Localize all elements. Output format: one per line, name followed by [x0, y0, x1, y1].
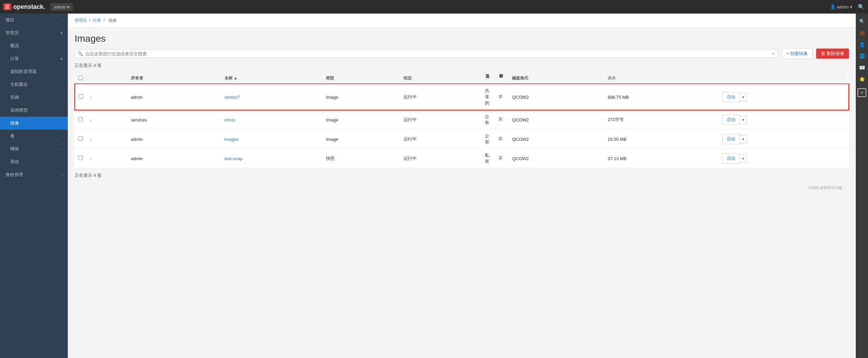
breadcrumb-compute[interactable]: 计算 [93, 18, 101, 23]
sidebar-item-instance-types[interactable]: 实例类型 [0, 104, 68, 117]
table-row: › admin test-snap 快照 运行中 私有 不 QCOW2 37.1… [75, 149, 849, 168]
row-size-0: 898.75 MB [604, 84, 719, 110]
row-status-0: 运行中 [400, 84, 481, 110]
chevron-down-icon-compute: ▾ [61, 57, 62, 61]
row-action-1[interactable]: 启动 ▾ [719, 110, 849, 130]
row-owner-2: admin [127, 130, 221, 149]
chevron-right-icon-identity: › [61, 173, 62, 177]
row-select-checkbox-3[interactable] [78, 156, 83, 160]
expand-icon-2[interactable]: › [90, 137, 91, 142]
topbar-search-icon[interactable]: 🔍 [858, 4, 865, 10]
row-size-2: 15.55 MB [604, 130, 719, 149]
row-expand-2[interactable]: › [86, 130, 127, 149]
user-label: admin [837, 4, 849, 10]
expand-icon-0[interactable]: › [90, 95, 91, 99]
row-type-1: Image [322, 110, 400, 130]
row-checkbox-0[interactable] [75, 84, 86, 110]
sidebar-item-system[interactable]: 系统 › [0, 155, 68, 168]
row-expand-1[interactable]: › [86, 110, 127, 130]
launch-arrow-button-0[interactable]: ▾ [740, 93, 747, 101]
th-size: 大小 [604, 73, 719, 84]
admin-label: admin [54, 4, 66, 10]
main-content: 管理员 / 计算 / 镜像 Images 🔍 × + 创建镜像 🗑 删除镜像 正… [68, 14, 856, 358]
row-checkbox-2[interactable] [75, 130, 86, 149]
create-image-button[interactable]: + 创建镜像 [781, 48, 813, 59]
breadcrumb-images: 镜像 [108, 18, 117, 23]
row-owner-0: admin [127, 84, 221, 110]
sidebar-item-images[interactable]: 镜像 [0, 117, 68, 130]
sidebar-item-admin[interactable]: 管理员 ▾ [0, 26, 68, 39]
row-owner-1: services [127, 110, 221, 130]
sidebar-item-network[interactable]: 网络 › [0, 143, 68, 155]
select-all-checkbox[interactable] [78, 76, 83, 80]
sidebar-item-compute[interactable]: 计算 ▾ [0, 52, 68, 65]
breadcrumb-sep1: / [89, 18, 92, 23]
launch-button-3[interactable]: 启动 [722, 153, 740, 164]
right-icon-search[interactable]: 🔍 [857, 16, 867, 26]
table-row: › services cirros Image 运行中 公有 不 QCOW2 2… [75, 110, 849, 130]
row-expand-3[interactable]: › [86, 149, 127, 168]
chevron-down-icon: ▾ [61, 31, 62, 35]
row-name-1[interactable]: cirros [221, 110, 322, 130]
item-count-bottom: 正在显示 4 项 [75, 172, 849, 178]
right-icon-briefcase[interactable]: 💼 [857, 28, 867, 38]
search-clear-button[interactable]: × [772, 51, 775, 56]
right-icon-globe[interactable]: 🌐 [857, 51, 867, 61]
search-input[interactable] [85, 51, 770, 56]
row-type-0: Image [322, 84, 400, 110]
row-name-3[interactable]: test-snap [221, 149, 322, 168]
sidebar-item-identity[interactable]: 身份管理 › [0, 168, 68, 181]
row-name-2[interactable]: images [221, 130, 322, 149]
th-name[interactable]: 名称 ▲ [221, 73, 322, 84]
launch-button-1[interactable]: 启动 [722, 115, 740, 125]
row-select-checkbox-0[interactable] [79, 94, 83, 99]
row-name-link-1[interactable]: cirros [224, 117, 235, 123]
launch-arrow-button-3[interactable]: ▾ [740, 154, 747, 163]
row-name-link-0[interactable]: centos7 [224, 95, 240, 100]
sidebar: 项目 › 管理员 ▾ 概况 计算 ▾ 虚拟机管理器 主机聚合 [0, 14, 68, 358]
sidebar-item-project[interactable]: 项目 › [0, 14, 68, 26]
sidebar-item-vm-manager[interactable]: 虚拟机管理器 [0, 65, 68, 78]
row-name-link-2[interactable]: images [224, 137, 239, 142]
breadcrumb-admin[interactable]: 管理员 [75, 18, 87, 23]
launch-arrow-button-1[interactable]: ▾ [740, 116, 747, 124]
th-status: 状态 [400, 73, 481, 84]
user-menu[interactable]: 👤 admin ▾ [830, 4, 852, 10]
launch-button-2[interactable]: 启动 [722, 134, 740, 144]
row-select-checkbox-1[interactable] [78, 117, 83, 121]
row-protected-3: 不 [495, 149, 509, 168]
row-action-0[interactable]: 启动 ▾ [719, 84, 849, 110]
right-icon-add[interactable]: + [857, 88, 866, 97]
row-name-link-3[interactable]: test-snap [224, 156, 242, 161]
search-input-wrap: 🔍 × [75, 49, 778, 58]
admin-dropdown-button[interactable]: admin ▾ [51, 3, 73, 11]
expand-icon-3[interactable]: › [90, 157, 91, 161]
sidebar-item-instances[interactable]: 实例 [0, 91, 68, 104]
sidebar-item-volumes[interactable]: 卷 › [0, 130, 68, 143]
row-select-checkbox-2[interactable] [78, 136, 83, 141]
row-action-2[interactable]: 启动 ▾ [719, 130, 849, 149]
right-icon-star[interactable]: ⭐ [857, 74, 867, 84]
launch-button-0[interactable]: 启动 [722, 92, 740, 102]
sidebar-project-label: 项目 [5, 17, 14, 23]
expand-icon-1[interactable]: › [90, 118, 91, 122]
delete-image-button[interactable]: 🗑 删除镜像 [816, 49, 849, 59]
sidebar-system-label: 系统 [10, 159, 19, 165]
row-checkbox-1[interactable] [75, 110, 86, 130]
row-expand-0[interactable]: › [86, 84, 127, 110]
sidebar-network-label: 网络 [10, 146, 19, 152]
sidebar-item-overview[interactable]: 概况 [0, 39, 68, 52]
row-visibility-2: 公有 [481, 130, 495, 149]
row-owner-3: admin [127, 149, 221, 168]
sidebar-item-host-aggregate[interactable]: 主机聚合 [0, 78, 68, 91]
row-action-3[interactable]: 启动 ▾ [719, 149, 849, 168]
page-title: Images [75, 33, 849, 44]
row-checkbox-3[interactable] [75, 149, 86, 168]
right-icon-user[interactable]: 👤 [857, 39, 867, 50]
row-name-0[interactable]: centos7 [221, 84, 322, 110]
row-disk-format-2: QCOW2 [509, 130, 604, 149]
right-icon-mail[interactable]: 📧 [857, 62, 867, 73]
row-size-3: 37.13 MB [604, 149, 719, 168]
launch-arrow-button-2[interactable]: ▾ [740, 135, 747, 144]
th-select-all[interactable] [75, 73, 86, 84]
